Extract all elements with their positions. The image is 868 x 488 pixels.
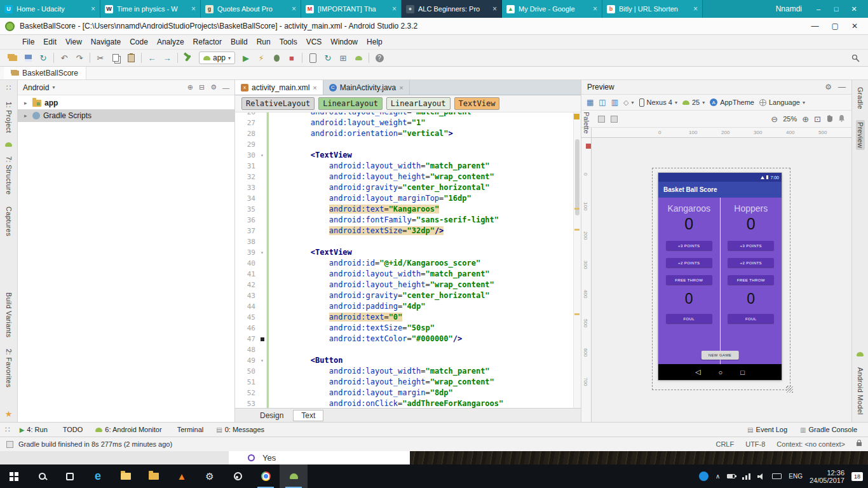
plus2-button[interactable]: +2 POINTS	[666, 258, 712, 268]
radio-button[interactable]	[248, 454, 255, 461]
zoom-level[interactable]: 25%	[783, 115, 797, 123]
new-game-button[interactable]: NEW GAME	[702, 351, 739, 360]
search-everywhere-icon[interactable]	[848, 51, 863, 65]
code-line[interactable]: 28 android:orientation="vertical">	[235, 128, 573, 139]
status-message[interactable]: Gradle build finished in 8s 277ms (2 min…	[18, 440, 172, 448]
pan-hand-icon[interactable]	[826, 114, 833, 124]
code-line[interactable]: 39 <TextView	[235, 247, 573, 258]
studio-minimize-button[interactable]: —	[811, 22, 819, 30]
code-line[interactable]: 48	[235, 344, 573, 355]
volume-icon[interactable]	[757, 473, 765, 480]
browser-tab[interactable]: ▲ My Drive - Google ×	[502, 0, 602, 18]
editor-scrollbar[interactable]	[573, 112, 581, 408]
code-line[interactable]: 37 android:textSize="32dp"/>	[235, 226, 573, 236]
phone-preview[interactable]: 7:00 Basket Ball Score Kangaroos 0	[658, 173, 782, 380]
undo-icon[interactable]: ↶	[57, 51, 72, 65]
language-indicator[interactable]: ENG	[789, 473, 803, 480]
code-line[interactable]: 52 android:layout_margin="8dp"	[235, 388, 573, 398]
tool-button-preview[interactable]: Preview	[856, 120, 865, 150]
device-frame-icon[interactable]	[598, 116, 605, 123]
theme-selector[interactable]: A AppTheme	[710, 98, 754, 106]
project-view-selector[interactable]: Android ▾	[23, 83, 55, 92]
tool-button-gradle[interactable]: Gradle	[856, 85, 865, 111]
expand-arrow-icon[interactable]: ▸	[24, 100, 29, 106]
project-nav-tab[interactable]: BasketBallScore	[4, 67, 86, 79]
file-explorer-icon[interactable]	[112, 464, 140, 488]
code-line[interactable]: 27 android:layout_weight="1"	[235, 118, 573, 128]
menu-item[interactable]: Refactor	[189, 37, 226, 46]
browser-tab[interactable]: U Home - Udacity ×	[0, 0, 100, 18]
preview-canvas[interactable]: 7:00 Basket Ball Score Kangaroos 0	[592, 138, 851, 422]
scrollbar-thumb[interactable]	[575, 139, 580, 215]
studio-maximize-button[interactable]: ▢	[832, 22, 839, 30]
stop-icon[interactable]: ■	[284, 51, 299, 65]
editor-tab[interactable]: x activity_main.xml ×	[235, 80, 323, 95]
instant-run-icon[interactable]: ⚡	[254, 51, 269, 65]
avd-manager-icon[interactable]	[305, 51, 320, 65]
start-button[interactable]	[0, 464, 28, 488]
tool-button-build-variants[interactable]: Build Variants	[4, 290, 13, 339]
code-line[interactable]: 42 android:layout_height="wrap_content"	[235, 280, 573, 290]
code-line[interactable]: 36 android:fontFamily="sans-serif-light"	[235, 215, 573, 226]
code-line[interactable]: 49 <Button	[235, 355, 573, 366]
menu-item[interactable]: Help	[362, 37, 387, 46]
code-line[interactable]: 38	[235, 236, 573, 247]
component-chip[interactable]: TextView	[454, 97, 500, 110]
preview-settings-icon[interactable]: ⚙	[825, 83, 832, 92]
locale-selector[interactable]: Language ▾	[759, 98, 805, 106]
folder-icon[interactable]	[140, 464, 168, 488]
toolwindow-button[interactable]: TODO	[55, 424, 89, 435]
menu-item[interactable]: Tools	[275, 37, 302, 46]
code-line[interactable]: 30 <TextView	[235, 150, 573, 161]
code-line[interactable]: 41 android:layout_width="match_parent"	[235, 269, 573, 280]
run-icon[interactable]: ▶	[238, 51, 254, 65]
project-tree-item[interactable]: ▸ Gradle Scripts	[18, 109, 234, 122]
sync-icon[interactable]: ↻	[36, 51, 51, 65]
expand-arrow-icon[interactable]: ▸	[24, 112, 29, 119]
close-tab-icon[interactable]: ×	[399, 84, 403, 92]
component-chip[interactable]: LinearLayout	[386, 97, 451, 110]
code-line[interactable]: 29	[235, 139, 573, 150]
zoom-in-icon[interactable]: ⊕	[802, 114, 809, 124]
vlc-icon[interactable]: ▲	[168, 464, 196, 488]
code-line[interactable]: 40 android:id="@+id/Kangaroos_score"	[235, 258, 573, 269]
line-ending-selector[interactable]: CRLF	[715, 440, 734, 448]
taskbar-clock[interactable]: 12:36 24/05/2017	[810, 469, 844, 484]
cut-icon[interactable]: ✂	[93, 51, 108, 65]
code-line[interactable]: 35 android:text="Kangaroos"	[235, 204, 573, 215]
zoom-fit-icon[interactable]: ⊡	[814, 114, 821, 124]
component-chip[interactable]: RelativeLayout	[241, 97, 315, 110]
tool-button-favorites[interactable]: 2: Favorites	[4, 347, 13, 390]
ui-mode-icon[interactable]: ▥	[611, 98, 618, 107]
forward-icon[interactable]: →	[159, 51, 175, 65]
toolwindow-button[interactable]: Terminal	[169, 424, 210, 435]
copy-icon[interactable]	[108, 51, 123, 65]
browser-maximize-button[interactable]: □	[827, 5, 845, 13]
menu-item[interactable]: File	[18, 37, 39, 46]
toolwindow-button[interactable]: ▥ Gradle Console	[794, 424, 863, 435]
component-chip[interactable]: LinearLayout	[318, 97, 383, 110]
radio-label[interactable]: Yes	[262, 453, 276, 463]
editor-tab[interactable]: C MainActivity.java ×	[323, 80, 410, 95]
code-line[interactable]: 53 android:onClick="addThreeForKangaroos…	[235, 398, 573, 408]
open-icon[interactable]	[5, 51, 20, 65]
readonly-lock-icon[interactable]	[857, 442, 862, 446]
touch-keyboard-icon[interactable]	[772, 473, 782, 479]
browser-tab[interactable]: W Time in physics - W ×	[100, 0, 201, 18]
menu-item[interactable]: View	[61, 37, 86, 46]
back-nav-icon[interactable]: ◁	[695, 368, 700, 376]
network-icon[interactable]	[742, 473, 750, 480]
toolwindow-switcher-icon[interactable]: ∷	[5, 425, 10, 434]
menu-item[interactable]: VCS	[302, 37, 327, 46]
close-tab-icon[interactable]: ×	[693, 4, 698, 13]
zoom-out-icon[interactable]: ⊖	[771, 114, 778, 124]
toolwindow-button[interactable]: ▶ 4: Run	[14, 424, 53, 435]
paste-icon[interactable]	[123, 51, 139, 65]
notifications-bell-icon[interactable]	[838, 114, 845, 124]
api-level-selector[interactable]: 25 ▾	[682, 98, 705, 106]
stripe-mark[interactable]	[574, 208, 580, 210]
code-line[interactable]: 31 android:layout_width="match_parent"	[235, 161, 573, 172]
orientation-icon[interactable]: ◫	[599, 98, 606, 107]
browser-tab[interactable]: g Quotes About Pro ×	[201, 0, 301, 18]
toolwindow-button[interactable]: ▤ Event Log	[742, 424, 793, 435]
